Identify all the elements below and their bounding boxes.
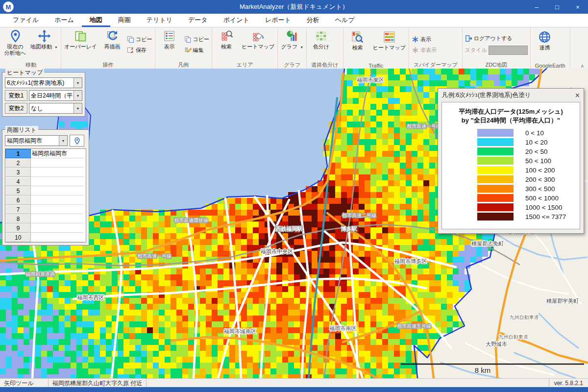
trade-list-row: 5 [5,186,86,196]
mesh-search-button[interactable]: 検索 [214,28,239,61]
legend-item-label: 300 < 500 [525,185,555,193]
trade-list-row: 4 [5,177,86,186]
logout-button[interactable]: ログアウトする [464,34,529,43]
maximize-button[interactable]: □ [547,0,567,14]
var2-button[interactable]: 変数2 [5,103,27,114]
trade-area-select[interactable]: 福岡県福岡市 ▼ [5,135,68,146]
ribbon-group-8: ログアウトするスタイルZDC地図 [463,28,531,70]
redraw-button[interactable]: 再描画 [99,28,125,61]
trade-row-value[interactable] [31,168,84,177]
ribbon-group-4: グラフ ▼グラフ [278,28,307,70]
trade-row-value[interactable] [31,196,84,205]
trade-row-number[interactable]: 4 [5,177,31,186]
trade-row-value[interactable] [31,233,84,242]
spider-show-button[interactable]: 表示 [411,35,438,44]
overlay-button[interactable]: オーバーレイ [63,28,98,61]
tab-0[interactable]: ファイル [5,14,47,27]
tab-5[interactable]: データ [180,14,216,27]
copy-map-button[interactable]: コピー [126,35,153,44]
minimize-button[interactable]: – [526,0,547,14]
trade-row-number[interactable]: 2 [5,158,31,168]
heatmap-panel: ヒートマップ 6次ﾒｯｼｭ1(世界測地系) ▼ 変数1 全日24時間（平 ▼ 変… [2,72,85,117]
legend-swatch [477,129,514,137]
trade-row-value[interactable] [31,205,84,214]
var1-button[interactable]: 変数1 [5,90,27,101]
legend-heading-1: 平均滞在人口データ(125mメッシュ) [445,107,577,116]
ribbon-collapse-icon[interactable]: ∧ [581,63,584,69]
trade-row-number[interactable]: 8 [5,214,31,223]
ribbon-group-2: 表示コピー編集凡例 [155,28,213,70]
overlay-icon [74,29,87,43]
chevron-down-icon: ▼ [74,78,82,88]
save-map-icon [127,47,134,54]
tab-6[interactable]: ポイント [216,14,257,27]
tab-9[interactable]: ヘルプ [327,14,363,27]
map-search-button[interactable]: 検索 [345,29,370,62]
status-location: 福岡県糟屋郡久山町大字久原 付近 [49,379,147,388]
menu-tab-bar: ファイルホーム地図商圏テリトリデータポイントレポート分析ヘルプ [0,14,588,27]
trade-row-value[interactable] [31,214,84,223]
mesh-type-select[interactable]: 6次ﾒｯｼｭ1(世界測地系) ▼ [5,77,82,88]
tab-8[interactable]: 分析 [299,14,327,27]
tab-3[interactable]: 商圏 [110,14,139,27]
map-heat-button[interactable]: ヒートマップ [371,29,407,62]
trade-row-number[interactable]: 3 [5,168,31,177]
legend-item: 50 < 100 [477,157,577,165]
trade-row-number[interactable]: 7 [5,205,31,214]
globe-button[interactable]: 連携 [532,29,558,62]
close-button[interactable]: × [567,0,588,14]
move-arrows-icon [38,29,51,43]
trade-row-number[interactable]: 9 [5,223,31,233]
tab-1[interactable]: ホーム [47,14,82,27]
locate-trade-area-button[interactable] [70,135,84,147]
trade-row-number[interactable]: 6 [5,196,31,205]
logout-icon [465,35,472,42]
location-pin-button[interactable]: 現在の分析地へ [2,28,28,61]
legend-item: 300 < 500 [477,185,577,193]
trade-row-number[interactable]: 1 [5,149,31,158]
chart-button[interactable]: グラフ ▼ [279,28,305,61]
legend-close-icon[interactable]: × [575,92,580,99]
trade-list-row: 1福岡県福岡市 [5,149,86,158]
legend-list-icon [163,29,176,43]
mesh-paint-button[interactable]: ヒートマップ [240,28,276,61]
road-color-button[interactable]: 色分け [308,28,334,61]
legend-title-bar[interactable]: 凡例:6次ﾒｯｼｭ(世界測地系)色塗り × [438,89,584,102]
legend-list-button[interactable]: 表示 [157,28,182,61]
legend-item-label: 200 < 300 [525,176,555,183]
trade-row-value[interactable] [31,223,84,233]
trade-row-number[interactable]: 10 [5,233,31,242]
move-arrows-button[interactable]: 地図移動 ▼ [29,28,59,61]
edit-list-button[interactable]: 編集 [183,46,211,54]
legend-item: 1500 <= 7377 [477,213,577,220]
title-bar: M MarketAnalyzer（新規ドキュメント） – □ × [0,0,588,14]
var1-select[interactable]: 全日24時間（平 ▼ [29,90,82,101]
trade-row-value[interactable] [31,186,84,196]
legend-heading-2: by "全日24時間（平均滞在人口）" [445,116,577,125]
tab-4[interactable]: テリトリ [139,14,180,27]
tab-7[interactable]: レポート [257,14,299,27]
trade-area-panel: 商圏リスト 福岡県福岡市 ▼ 1福岡県福岡市2345678910 [2,129,89,245]
edit-list-icon [184,47,192,54]
map-search-icon [351,30,364,44]
trade-row-value[interactable] [31,158,84,168]
copy-button[interactable]: コピー [183,35,211,44]
legend-swatch [477,157,514,165]
style-button: スタイル [464,45,529,55]
trade-row-number[interactable]: 5 [5,186,31,196]
legend-swatch [477,147,514,155]
legend-item: 100 < 200 [477,166,577,174]
trade-list-row: 3 [5,168,86,177]
trade-list-row: 8 [5,214,86,223]
legend-panel: 凡例:6次ﾒｯｼｭ(世界測地系)色塗り × 平均滞在人口データ(125mメッシュ… [438,88,584,234]
trade-area-list: 1福岡県福岡市2345678910 [5,148,86,243]
trade-row-value[interactable] [31,177,84,186]
save-map-button[interactable]: 保存 [126,46,153,54]
copy-map-icon [127,36,134,43]
spider-hide-button: 非表示 [411,46,438,54]
var2-select[interactable]: なし ▼ [29,103,82,114]
legend-title: 凡例:6次ﾒｯｼｭ(世界測地系)色塗り [442,91,531,99]
legend-item-label: 0 < 10 [525,129,544,137]
tab-2[interactable]: 地図 [82,14,110,27]
trade-row-value[interactable]: 福岡県福岡市 [31,149,84,158]
